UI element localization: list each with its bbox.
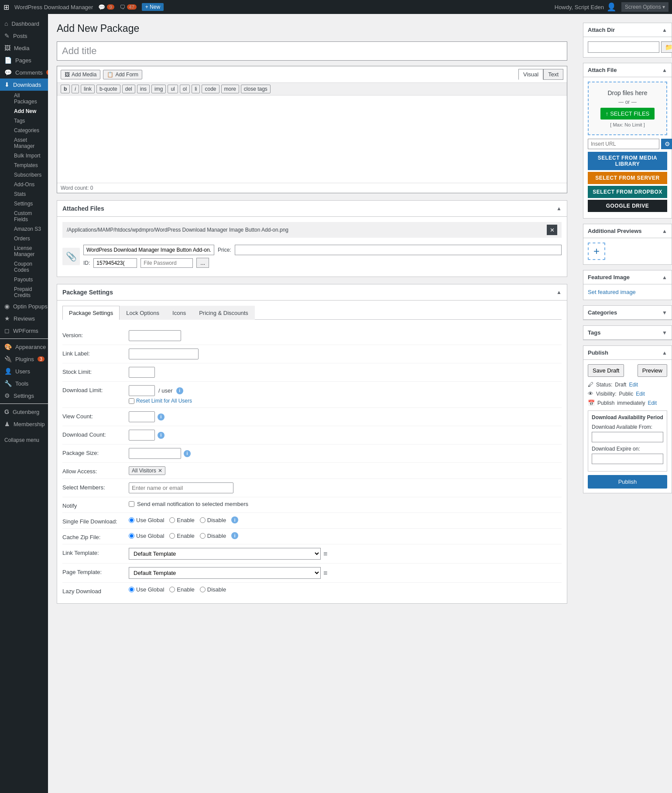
cz-use-global[interactable]: Use Global <box>129 533 164 539</box>
select-members-input[interactable] <box>129 482 233 493</box>
add-media-btn[interactable]: 🖼 Add Media <box>61 70 100 79</box>
status-edit-link[interactable]: Edit <box>629 382 638 388</box>
download-limit-input[interactable] <box>129 385 155 396</box>
sidebar-sub-add-new[interactable]: Add New <box>10 106 48 116</box>
sidebar-sub-license-manager[interactable]: License Manager <box>10 243 48 259</box>
screen-options-btn[interactable]: Screen Options ▾ <box>621 2 669 12</box>
sidebar-sub-custom-fields[interactable]: Custom Fields <box>10 209 48 224</box>
file-name-input[interactable] <box>83 245 214 255</box>
ld-enable[interactable]: Enable <box>169 586 194 593</box>
sidebar-item-pages[interactable]: 📄 Pages <box>0 54 48 66</box>
link-label-input[interactable] <box>129 349 199 359</box>
fmt-close-tags[interactable]: close tags <box>241 85 271 93</box>
sidebar-item-membership[interactable]: ♟ Membership <box>0 418 48 430</box>
ld-use-global[interactable]: Use Global <box>129 586 164 593</box>
sidebar-item-media[interactable]: 🖼 Media <box>0 42 48 54</box>
download-count-input[interactable] <box>129 430 155 441</box>
tag-remove-icon[interactable]: ✕ <box>158 468 162 474</box>
file-remove-btn[interactable]: ✕ <box>547 225 557 235</box>
tab-text[interactable]: Text <box>543 69 563 80</box>
fmt-code[interactable]: code <box>202 85 219 93</box>
admin-bar-messages[interactable]: 🗨 47 <box>120 4 137 10</box>
reset-limit-checkbox[interactable]: Reset Limit for All Users <box>129 398 562 404</box>
sidebar-sub-coupon-codes[interactable]: Coupon Codes <box>10 259 48 275</box>
fmt-ol[interactable]: ol <box>180 85 190 93</box>
version-input[interactable] <box>129 330 181 341</box>
sidebar-sub-stats[interactable]: Stats <box>10 189 48 199</box>
select-dropbox-btn[interactable]: SELECT FROM DROPBOX <box>588 186 667 198</box>
stock-limit-input[interactable] <box>129 367 155 378</box>
sidebar-sub-categories[interactable]: Categories <box>10 126 48 135</box>
tags-header[interactable]: Tags ▼ <box>583 326 672 340</box>
sidebar-sub-tags[interactable]: Tags <box>10 116 48 126</box>
select-files-btn[interactable]: ↑ SELECT FILES <box>600 108 655 120</box>
sidebar-sub-payouts[interactable]: Payouts <box>10 275 48 284</box>
sidebar-sub-asset-manager[interactable]: Asset Manager <box>10 135 48 151</box>
sidebar-sub-prepaid-credits[interactable]: Prepaid Credits <box>10 284 48 300</box>
tab-lock-options[interactable]: Lock Options <box>120 306 166 320</box>
sidebar-sub-orders[interactable]: Orders <box>10 234 48 243</box>
attached-files-header[interactable]: Attached Files ▲ <box>57 201 567 217</box>
sidebar-sub-settings[interactable]: Settings <box>10 199 48 209</box>
google-drive-btn[interactable]: GOOGLE DRIVE <box>588 200 667 212</box>
fmt-more[interactable]: more <box>221 85 239 93</box>
collapse-menu[interactable]: Collapse menu <box>0 434 48 447</box>
expire-on-input[interactable] <box>592 454 663 464</box>
fmt-img[interactable]: img <box>151 85 166 93</box>
sidebar-item-optin-popups[interactable]: ◉ Optin Popups <box>0 300 48 312</box>
link-template-select[interactable]: Default Template <box>129 548 321 560</box>
sidebar-item-downloads[interactable]: ⬇ Downloads <box>0 79 48 91</box>
package-settings-header[interactable]: Package Settings ▲ <box>57 284 567 301</box>
package-size-input[interactable] <box>129 448 181 459</box>
cz-disable[interactable]: Disable <box>200 533 226 539</box>
price-input[interactable] <box>235 245 562 255</box>
visibility-edit-link[interactable]: Edit <box>636 391 645 397</box>
sfd-use-global[interactable]: Use Global <box>129 517 164 523</box>
attach-dir-header[interactable]: Attach Dir ▲ <box>583 23 672 37</box>
sidebar-item-reviews[interactable]: ★ Reviews <box>0 312 48 325</box>
sfd-enable[interactable]: Enable <box>169 517 194 523</box>
available-from-input[interactable] <box>592 432 663 442</box>
file-password-input[interactable] <box>141 258 193 268</box>
file-more-btn[interactable]: ... <box>196 258 209 268</box>
sidebar-sub-add-ons[interactable]: Add-Ons <box>10 180 48 189</box>
attach-dir-browse-btn[interactable]: 📁 <box>661 41 672 53</box>
publish-time-edit-link[interactable]: Edit <box>648 400 657 406</box>
sidebar-sub-subscribers[interactable]: Subscribers <box>10 170 48 180</box>
cz-enable[interactable]: Enable <box>169 533 194 539</box>
sidebar-item-wpforms[interactable]: ◻ WPForms <box>0 325 48 337</box>
sidebar-item-users[interactable]: 👤 Users <box>0 365 48 377</box>
admin-bar-new[interactable]: + New <box>142 3 164 11</box>
set-featured-image-link[interactable]: Set featured image <box>588 289 636 295</box>
sidebar-sub-amazon-s3[interactable]: Amazon S3 <box>10 224 48 234</box>
save-draft-btn[interactable]: Save Draft <box>588 364 624 377</box>
tab-pricing-discounts[interactable]: Pricing & Discounts <box>192 306 255 320</box>
fmt-del[interactable]: del <box>122 85 135 93</box>
additional-previews-header[interactable]: Additional Previews ▲ <box>583 224 672 238</box>
preview-btn[interactable]: Preview <box>638 364 667 377</box>
fmt-li[interactable]: li <box>192 85 200 93</box>
sfd-disable[interactable]: Disable <box>200 517 226 523</box>
select-server-btn[interactable]: SELECT FROM SERVER <box>588 172 667 184</box>
attach-file-header[interactable]: Attach File ▲ <box>583 63 672 77</box>
fmt-bquote[interactable]: b-quote <box>96 85 120 93</box>
fmt-ul[interactable]: ul <box>168 85 178 93</box>
add-form-btn[interactable]: 📋 Add Form <box>103 70 142 79</box>
editor-body[interactable] <box>57 96 567 183</box>
admin-bar-site[interactable]: WordPress Download Manager <box>14 4 93 10</box>
sidebar-item-tools[interactable]: 🔧 Tools <box>0 377 48 390</box>
url-submit-btn[interactable]: ⚙ <box>661 139 672 149</box>
title-input[interactable] <box>57 41 567 61</box>
url-input[interactable] <box>588 139 659 149</box>
sidebar-item-posts[interactable]: ✎ Posts <box>0 30 48 42</box>
featured-image-header[interactable]: Featured Image ▲ <box>583 270 672 284</box>
publish-btn[interactable]: Publish <box>588 475 667 489</box>
sidebar-item-gutenberg[interactable]: G Gutenberg <box>0 406 48 418</box>
fmt-link[interactable]: link <box>81 85 95 93</box>
sidebar-sub-all-packages[interactable]: All Packages <box>10 91 48 106</box>
tab-icons[interactable]: Icons <box>166 306 192 320</box>
categories-header[interactable]: Categories ▼ <box>583 306 672 320</box>
notify-checkbox[interactable] <box>129 501 134 507</box>
page-template-select[interactable]: Default Template <box>129 567 321 579</box>
select-media-library-btn[interactable]: SELECT FROM MEDIA LIBRARY <box>588 152 667 170</box>
